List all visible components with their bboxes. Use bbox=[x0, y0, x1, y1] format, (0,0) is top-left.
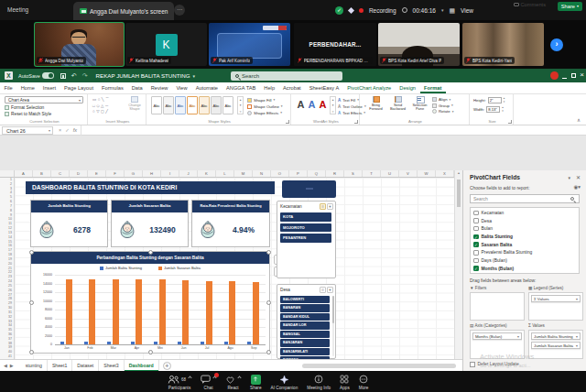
selection-handle[interactable] bbox=[266, 350, 271, 354]
share-screen-button[interactable]: Share bbox=[250, 375, 262, 390]
ai-companion-button[interactable]: AI Companion bbox=[271, 375, 298, 390]
save-icon[interactable] bbox=[60, 73, 66, 79]
video-tile-bps-arief[interactable]: BPS Kota Kediri Arief Diva P bbox=[378, 23, 460, 66]
autosave-toggle[interactable] bbox=[42, 72, 54, 79]
slicer-item-bandar-lor[interactable]: BANDAR LOR bbox=[280, 321, 330, 329]
slicer-item-bandar-kidul[interactable]: BANDAR KIDUL bbox=[280, 313, 330, 321]
field-checkbox[interactable]: ✓ bbox=[473, 266, 479, 271]
formula-input[interactable] bbox=[81, 125, 586, 136]
chart-area-combo[interactable]: Chart Area▾ bbox=[5, 96, 83, 103]
select-all-corner[interactable] bbox=[0, 170, 15, 178]
width-spinner[interactable]: ▴▾ bbox=[502, 106, 504, 113]
video-tile-bps-yani[interactable]: BPS Kota Kediri-Yani bbox=[462, 23, 544, 66]
column-header-e[interactable]: E bbox=[88, 170, 106, 177]
shape-style-7[interactable]: Abc bbox=[222, 96, 233, 114]
slicer-item-bangsal[interactable]: BANGSAL bbox=[280, 331, 330, 338]
chevron-up-icon[interactable] bbox=[237, 376, 241, 379]
width-input[interactable]: 8.13" bbox=[486, 106, 500, 113]
autosave-control[interactable]: AutoSave bbox=[18, 72, 54, 79]
wordart-style-3[interactable]: A bbox=[318, 96, 328, 114]
ribbon-tab-data[interactable]: Data bbox=[127, 82, 146, 93]
field-checkbox[interactable]: ✓ bbox=[473, 234, 479, 240]
field-item-sasaran-balita[interactable]: ✓Sasaran Balita bbox=[471, 241, 579, 249]
column-header-t[interactable]: T bbox=[363, 170, 381, 177]
participants-button[interactable]: 68 Participants bbox=[168, 375, 191, 390]
close-button[interactable]: × bbox=[580, 71, 584, 79]
column-header-o[interactable]: O bbox=[271, 170, 289, 177]
selection-handle[interactable] bbox=[29, 300, 34, 305]
height-field[interactable]: Height: 2" ▴▾ bbox=[473, 97, 505, 103]
video-tile-kellina[interactable]: K Kellina Mahadewi bbox=[125, 23, 207, 66]
field-item-months-bulan[interactable]: ✓Months (Bulan) bbox=[471, 265, 579, 273]
group-button[interactable]: Group▾ bbox=[432, 103, 453, 108]
scroll-up-icon[interactable]: ▲ bbox=[455, 171, 462, 175]
maximize-button[interactable] bbox=[571, 73, 576, 78]
change-shape-button[interactable]: Change Shape bbox=[125, 96, 145, 112]
ribbon-tab-file[interactable]: File bbox=[0, 82, 16, 93]
shape-style-4[interactable]: Abc bbox=[187, 96, 198, 114]
ribbon-tab-acrobat[interactable]: Acrobat bbox=[279, 82, 306, 93]
height-spinner[interactable]: ▴▾ bbox=[504, 97, 505, 103]
enter-icon[interactable]: ✓ bbox=[65, 127, 70, 133]
wordart-style-1[interactable]: A bbox=[296, 96, 306, 114]
comments-button[interactable]: Comments bbox=[514, 2, 547, 7]
multiselect-icon[interactable]: ☰ bbox=[320, 287, 326, 293]
column-header-x[interactable]: X bbox=[436, 170, 454, 177]
field-item-bulan[interactable]: Bulan bbox=[471, 224, 579, 233]
ribbon-tab-design[interactable]: Design bbox=[396, 82, 420, 93]
shape-effects-button[interactable]: Shape Effects▾ bbox=[247, 110, 283, 116]
shapes-gallery[interactable]: ▭○╲⌒□◇△─○▽◻╱ bbox=[92, 97, 125, 115]
legend-area-item[interactable]: Σ Values▾ bbox=[531, 295, 581, 302]
column-header-a[interactable]: A bbox=[15, 170, 33, 177]
search-input[interactable]: Search bbox=[231, 71, 342, 81]
ribbon-tab-automate[interactable]: Automate bbox=[191, 82, 222, 93]
dialog-launcher-icon[interactable] bbox=[354, 120, 358, 124]
slicer-item-banjarmlati[interactable]: BANJARMLATI bbox=[280, 348, 330, 355]
redo-icon[interactable]: ↷ bbox=[82, 72, 88, 79]
rotate-button[interactable]: Rotate▾ bbox=[432, 109, 453, 114]
axis-area-item[interactable]: Months (Bulan)▾ bbox=[472, 332, 522, 340]
ribbon-tab-sheeteasy-a[interactable]: SheetEasy A bbox=[305, 82, 343, 93]
column-header-d[interactable]: D bbox=[70, 170, 88, 177]
column-header-n[interactable]: N bbox=[253, 170, 271, 177]
vertical-scrollbar[interactable]: ▲ bbox=[454, 170, 462, 359]
values-area-items[interactable]: Jumlah Balita Stunting▾Jumlah Sasaran Ba… bbox=[528, 330, 583, 359]
shape-outline-button[interactable]: Shape Outline▾ bbox=[247, 103, 283, 110]
slicer-item-banjaran[interactable]: BANJARAN bbox=[280, 339, 330, 346]
view-button[interactable]: View bbox=[461, 7, 473, 14]
video-tile-perbendaharaan[interactable]: PERBENDAHAR... PERBENDAHARAAN BPPKAD KD.… bbox=[294, 23, 376, 66]
reset-style-button[interactable]: Reset to Match Style bbox=[5, 112, 51, 116]
selection-handle[interactable] bbox=[266, 250, 271, 255]
dialog-launcher-icon[interactable] bbox=[508, 120, 512, 124]
slicer-item-banaran[interactable]: BANARAN bbox=[280, 304, 330, 311]
ribbon-tab-insert[interactable]: Insert bbox=[38, 82, 60, 93]
height-input[interactable]: 2" bbox=[488, 97, 502, 103]
clear-filter-icon[interactable]: ▼ bbox=[327, 287, 333, 293]
selection-handle[interactable] bbox=[148, 350, 153, 354]
ribbon-tab-help[interactable]: Help bbox=[260, 82, 279, 93]
sheet-tab-stunting[interactable]: stunting bbox=[21, 360, 48, 372]
align-button[interactable]: Align▾ bbox=[432, 97, 453, 102]
meeting-info-button[interactable]: Meeting Info bbox=[307, 375, 331, 390]
column-header-b[interactable]: B bbox=[33, 170, 51, 177]
field-item-days-bulan[interactable]: Days (Bulan) bbox=[471, 256, 579, 265]
multiselect-icon[interactable]: ☰ bbox=[320, 203, 326, 210]
field-checkbox[interactable] bbox=[473, 226, 479, 232]
legend-area[interactable]: Σ Values▾ bbox=[528, 292, 583, 321]
sheet-tab-dataset[interactable]: Dataset bbox=[72, 360, 99, 372]
security-shield-icon[interactable]: ✓ bbox=[335, 6, 343, 15]
wordart-gallery[interactable]: A A A bbox=[296, 96, 328, 114]
chat-button[interactable]: Chat bbox=[201, 375, 216, 390]
slicer-scrollbar[interactable] bbox=[332, 296, 335, 356]
shape-style-3[interactable]: Abc bbox=[175, 96, 186, 114]
column-header-s[interactable]: S bbox=[344, 170, 363, 177]
slicer-item-pesantren[interactable]: PESANTREN bbox=[280, 234, 331, 243]
panel-close-icon[interactable]: ✕ bbox=[576, 174, 581, 180]
column-header-m[interactable]: M bbox=[234, 170, 253, 177]
panel-dropdown-icon[interactable]: ▾ bbox=[568, 175, 570, 180]
selection-handle[interactable] bbox=[29, 250, 34, 255]
shared-screen-tab[interactable]: Angga Dwi Mulyanto's screen bbox=[73, 2, 174, 20]
column-header-v[interactable]: V bbox=[399, 170, 418, 177]
horizontal-scrollbar[interactable] bbox=[302, 364, 456, 368]
ribbon-tab-format[interactable]: Format bbox=[420, 82, 446, 93]
